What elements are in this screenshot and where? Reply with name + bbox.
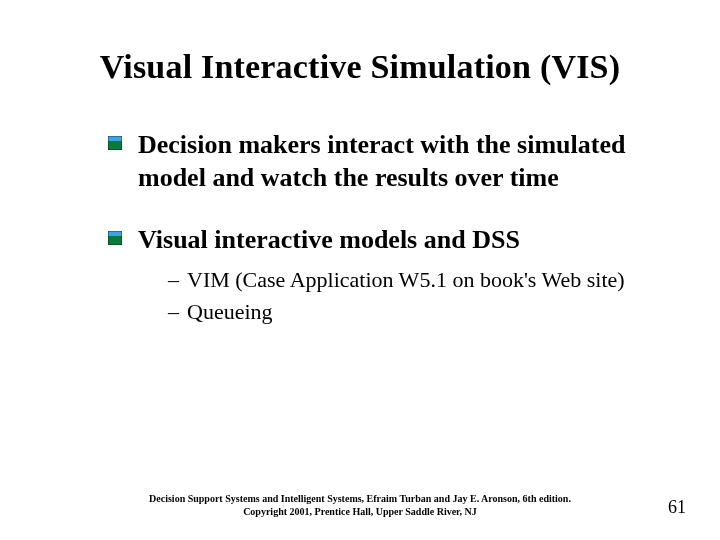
dash-icon: – <box>168 298 179 327</box>
dash-icon: – <box>168 266 179 295</box>
square-bullet-icon <box>108 136 122 150</box>
sub-text: Queueing <box>187 298 273 327</box>
page-number: 61 <box>668 497 686 518</box>
slide-title: Visual Interactive Simulation (VIS) <box>0 48 720 86</box>
sub-text: VIM (Case Application W5.1 on book's Web… <box>187 266 625 295</box>
bullet-text: Visual interactive models and DSS <box>138 225 520 254</box>
sub-item: – VIM (Case Application W5.1 on book's W… <box>168 266 625 295</box>
footer-line: Decision Support Systems and Intelligent… <box>0 493 720 506</box>
bullet-text: Decision makers interact with the simula… <box>138 128 668 195</box>
slide-body: Decision makers interact with the simula… <box>108 128 668 337</box>
bullet-item: Decision makers interact with the simula… <box>108 128 668 195</box>
svg-rect-4 <box>108 231 122 236</box>
bullet-item: Visual interactive models and DSS – VIM … <box>108 223 668 331</box>
svg-rect-1 <box>108 136 122 141</box>
sub-item: – Queueing <box>168 298 625 327</box>
square-bullet-icon <box>108 231 122 245</box>
sub-list: – VIM (Case Application W5.1 on book's W… <box>168 266 625 327</box>
footer: Decision Support Systems and Intelligent… <box>0 493 720 518</box>
slide: Visual Interactive Simulation (VIS) Deci… <box>0 0 720 540</box>
footer-line: Copyright 2001, Prentice Hall, Upper Sad… <box>0 506 720 519</box>
bullet-content: Visual interactive models and DSS – VIM … <box>138 223 625 331</box>
